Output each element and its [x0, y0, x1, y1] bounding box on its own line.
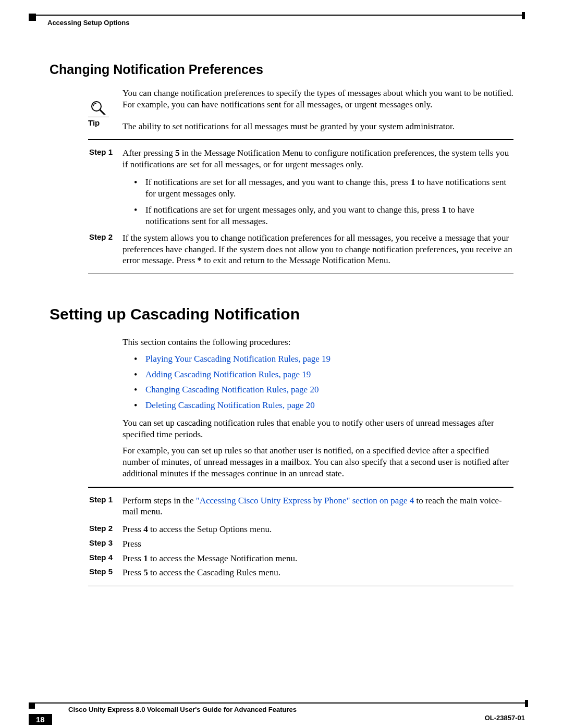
step-label: Step 5	[50, 567, 123, 578]
step-label: Step 4	[50, 553, 123, 564]
paragraph: For example, you can set up rules so tha…	[123, 445, 513, 479]
section-heading: Setting up Cascading Notification	[50, 305, 513, 323]
step-body: Perform steps in the "Accessing Cisco Un…	[123, 495, 513, 518]
footer: Cisco Unity Express 8.0 Voicemail User's…	[29, 702, 525, 713]
paragraph: You can set up cascading notification ru…	[123, 417, 513, 440]
footer-rule	[29, 702, 525, 704]
step-body: Press 4 to access the Setup Options menu…	[123, 524, 513, 535]
step-body: After pressing 5 in the Message Notifica…	[123, 147, 513, 170]
link-item[interactable]: Changing Cascading Notification Rules, p…	[134, 384, 513, 396]
divider	[88, 487, 513, 488]
link-item[interactable]: Deleting Cascading Notification Rules, p…	[134, 400, 513, 411]
step-4: Step 4 Press 1 to access the Message Not…	[50, 553, 513, 564]
bullet-list: If notifications are set for all message…	[134, 177, 513, 227]
link-list: Playing Your Cascading Notification Rule…	[134, 353, 513, 411]
step-5: Step 5 Press 5 to access the Cascading R…	[50, 567, 513, 578]
step-body: Press 1 to access the Message Notificati…	[123, 553, 513, 564]
divider	[88, 139, 513, 140]
step-label: Step 2	[50, 232, 123, 266]
doc-id: OL-23857-01	[485, 714, 525, 722]
intro-paragraph: You can change notification preferences …	[123, 88, 513, 110]
intro-paragraph: This section contains the following proc…	[123, 337, 513, 348]
step-1: Step 1 Perform steps in the "Accessing C…	[50, 495, 513, 518]
footer-doc-title: Cisco Unity Express 8.0 Voicemail User's…	[68, 706, 525, 713]
step-body: Press 5 to access the Cascading Rules me…	[123, 567, 513, 578]
tip-icon	[88, 100, 109, 115]
step-1: Step 1 After pressing 5 in the Message N…	[50, 147, 513, 170]
step-3: Step 3 Press	[50, 538, 513, 550]
tip-text: The ability to set notifications for all…	[123, 116, 513, 132]
step-label: Step 1	[50, 147, 123, 170]
step-2: Step 2 If the system allows you to chang…	[50, 232, 513, 266]
section-heading: Changing Notification Preferences	[50, 62, 513, 77]
bullet-item: If notifications are set for urgent mess…	[134, 204, 513, 227]
divider	[88, 586, 513, 586]
step-label: Step 2	[50, 524, 123, 535]
step-2: Step 2 Press 4 to access the Setup Optio…	[50, 524, 513, 535]
step-body: Press	[123, 538, 513, 550]
bullet-item: If notifications are set for all message…	[134, 177, 513, 200]
link-item[interactable]: Playing Your Cascading Notification Rule…	[134, 353, 513, 365]
header-rule	[29, 15, 525, 16]
step-label: Step 1	[50, 495, 123, 518]
link-item[interactable]: Adding Cascading Notification Rules, pag…	[134, 369, 513, 380]
divider	[88, 274, 513, 274]
tip-label: Tip	[88, 118, 100, 127]
step-body: If the system allows you to change notif…	[123, 232, 513, 266]
step-label: Step 3	[50, 538, 123, 550]
running-head: Accessing Setup Options	[47, 19, 513, 27]
svg-line-1	[100, 110, 105, 115]
tip-block: Tip The ability to set notifications for…	[50, 116, 513, 132]
cross-ref-link[interactable]: "Accessing Cisco Unity Express by Phone"…	[196, 496, 414, 505]
page-number: 18	[29, 714, 52, 725]
